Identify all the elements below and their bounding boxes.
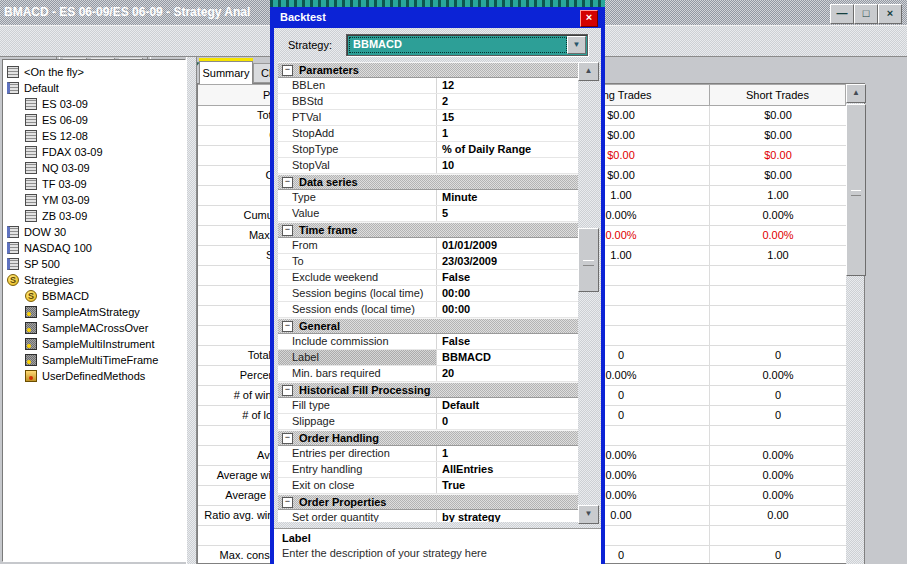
maximize-button[interactable]: □ — [854, 4, 878, 24]
tree-item-es-12-08[interactable]: ES 12-08 — [3, 128, 185, 144]
grid-section-historical-fill-processing[interactable]: −Historical Fill Processing — [278, 382, 578, 398]
property-name: PTVal — [278, 110, 437, 125]
property-name: Fill type — [278, 398, 437, 413]
grid-section-order-handling[interactable]: −Order Handling — [278, 430, 578, 446]
grid-row-min-bars-required[interactable]: Min. bars required20 — [278, 366, 578, 382]
property-description-panel: Label Enter the description of your stra… — [274, 528, 601, 564]
summary-cell: 0 — [710, 546, 846, 564]
tree-item-zb-03-09[interactable]: ZB 03-09 — [3, 208, 185, 224]
section-label: Order Handling — [293, 432, 379, 444]
grid-row-fill-type[interactable]: Fill typeDefault — [278, 398, 578, 414]
collapse-icon[interactable]: − — [282, 497, 293, 508]
grid-section-order-properties[interactable]: −Order Properties — [278, 494, 578, 510]
grid-section-general[interactable]: −General — [278, 318, 578, 334]
collapse-icon[interactable]: − — [282, 385, 293, 396]
grid-section-data-series[interactable]: −Data series — [278, 174, 578, 190]
tree-item-es-06-09[interactable]: ES 06-09 — [3, 112, 185, 128]
tree-item-bbmacd[interactable]: SBBMACD — [3, 288, 185, 304]
property-value: 5 — [437, 206, 578, 221]
grid-row-exclude-weekend[interactable]: Exclude weekendFalse — [278, 270, 578, 286]
grid-section-parameters[interactable]: −Parameters — [278, 62, 578, 78]
summary-cell: 1.00 — [710, 186, 846, 206]
grid-row-exit-on-close[interactable]: Exit on closeTrue — [278, 478, 578, 494]
collapse-icon[interactable]: − — [282, 225, 293, 236]
tree-item-label: SampleAtmStrategy — [42, 304, 140, 320]
tree-item-label: Strategies — [24, 272, 74, 288]
property-value: % of Daily Range — [437, 142, 578, 157]
tree-item-sp-500[interactable]: SP 500 — [3, 256, 185, 272]
grid-row-session-begins-local-time[interactable]: Session begins (local time)00:00 — [278, 286, 578, 302]
summary-cell — [710, 526, 846, 546]
sample-icon — [25, 322, 37, 334]
tree-item-label: DOW 30 — [24, 224, 66, 240]
table-scrollbar[interactable]: ▲ — [846, 84, 864, 564]
grid-row-bblen[interactable]: BBLen12 — [278, 78, 578, 94]
scrollbar-thumb[interactable] — [846, 104, 866, 276]
tree-item-ym-03-09[interactable]: YM 03-09 — [3, 192, 185, 208]
strategy-icon: S — [7, 274, 19, 286]
grid-row-label[interactable]: LabelBBMACD — [278, 350, 578, 366]
close-button[interactable]: × — [878, 4, 902, 24]
tree-item-on-the-fly[interactable]: <On the fly> — [3, 64, 185, 80]
grid-row-set-order-quantity[interactable]: Set order quantityby strategy — [278, 510, 578, 522]
tree-item-samplemultiinstrument[interactable]: SampleMultiInstrument — [3, 336, 185, 352]
grid-row-to[interactable]: To23/03/2009 — [278, 254, 578, 270]
list-icon — [7, 258, 19, 270]
tree-item-sampleatmstrategy[interactable]: SampleAtmStrategy — [3, 304, 185, 320]
summary-cell: $0.00 — [710, 146, 846, 166]
dialog-scrollbar-thumb[interactable] — [578, 228, 599, 292]
tree-item-samplemultitimeframe[interactable]: SampleMultiTimeFrame — [3, 352, 185, 368]
tree-item-userdefinedmethods[interactable]: UserDefinedMethods — [3, 368, 185, 384]
tree-splitter[interactable] — [186, 57, 197, 564]
tree-item-nq-03-09[interactable]: NQ 03-09 — [3, 160, 185, 176]
dialog-scrollbar[interactable]: ▲ ▼ — [578, 62, 597, 522]
tree-item-es-03-09[interactable]: ES 03-09 — [3, 96, 185, 112]
grid-row-value[interactable]: Value5 — [278, 206, 578, 222]
minimize-button[interactable]: — — [830, 4, 854, 24]
tree-item-label: ES 06-09 — [42, 112, 88, 128]
property-name: Label — [278, 350, 437, 365]
grid-row-session-ends-local-time[interactable]: Session ends (local time)00:00 — [278, 302, 578, 318]
collapse-icon[interactable]: − — [282, 433, 293, 444]
strategy-icon: S — [25, 290, 37, 302]
grid-row-include-commission[interactable]: Include commissionFalse — [278, 334, 578, 350]
collapse-icon[interactable]: − — [282, 177, 293, 188]
grid-row-entry-handling[interactable]: Entry handlingAllEntries — [278, 462, 578, 478]
collapse-icon[interactable]: − — [282, 321, 293, 332]
summary-cell — [710, 426, 846, 446]
dialog-close-button[interactable]: × — [580, 10, 598, 27]
grid-row-stopval[interactable]: StopVal10 — [278, 158, 578, 174]
collapse-icon[interactable]: − — [282, 65, 293, 76]
grid-row-slippage[interactable]: Slippage0 — [278, 414, 578, 430]
tree-item-tf-03-09[interactable]: TF 03-09 — [3, 176, 185, 192]
grid-row-ptval[interactable]: PTVal15 — [278, 110, 578, 126]
property-value: AllEntries — [437, 462, 578, 477]
section-label: Data series — [293, 176, 358, 188]
tree-item-nasdaq-100[interactable]: NASDAQ 100 — [3, 240, 185, 256]
grid-row-stopadd[interactable]: StopAdd1 — [278, 126, 578, 142]
dialog-scroll-up-button[interactable]: ▲ — [578, 62, 599, 81]
combobox-dropdown-button[interactable]: ▼ — [567, 36, 586, 54]
tree-item-fdax-03-09[interactable]: FDAX 03-09 — [3, 144, 185, 160]
grid-section-time-frame[interactable]: −Time frame — [278, 222, 578, 238]
grid-row-bbstd[interactable]: BBStd2 — [278, 94, 578, 110]
parameter-grid: −ParametersBBLen12BBStd2PTVal15StopAdd1S… — [278, 62, 578, 522]
tree-item-dow-30[interactable]: DOW 30 — [3, 224, 185, 240]
tree-item-samplemacrossover[interactable]: SampleMACrossOver — [3, 320, 185, 336]
grid-row-entries-per-direction[interactable]: Entries per direction1 — [278, 446, 578, 462]
tab-summary[interactable]: Summary — [199, 61, 253, 84]
property-value: False — [437, 270, 578, 285]
tree-item-default[interactable]: Default — [3, 80, 185, 96]
dialog-titlebar: Backtest × — [274, 7, 601, 28]
instrument-icon — [25, 210, 37, 222]
tree-item-strategies[interactable]: SStrategies — [3, 272, 185, 288]
grid-row-type[interactable]: TypeMinute — [278, 190, 578, 206]
grid-row-from[interactable]: From01/01/2009 — [278, 238, 578, 254]
dialog-scroll-down-button[interactable]: ▼ — [578, 505, 599, 524]
list-icon — [7, 242, 19, 254]
strategy-combobox[interactable]: BBMACD ▼ — [346, 34, 588, 56]
grid-row-stoptype[interactable]: StopType% of Daily Range — [278, 142, 578, 158]
property-value: 00:00 — [437, 302, 578, 317]
minimize-icon: — — [837, 7, 848, 19]
scroll-up-button[interactable]: ▲ — [846, 84, 866, 103]
